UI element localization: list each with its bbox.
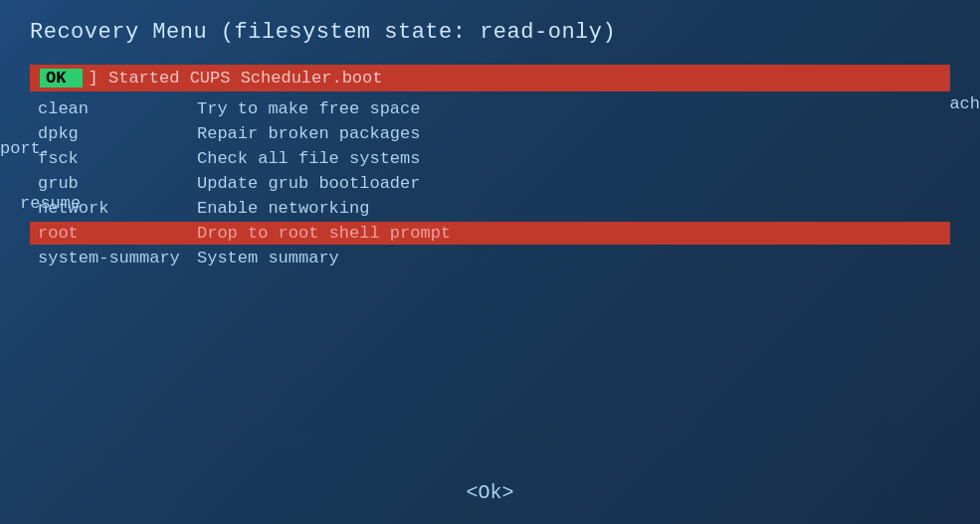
status-text: ] Started CUPS Scheduler.boot	[89, 69, 383, 87]
menu-desc-system-summary: System summary	[189, 247, 950, 269]
menu-desc-dpkg: Repair broken packages	[189, 122, 950, 145]
side-text-port: port.	[0, 139, 51, 158]
menu-desc-root: Drop to root shell prompt	[189, 222, 950, 245]
menu-desc-clean: Try to make free space	[189, 97, 950, 120]
ok-button-row: <Ok>	[30, 481, 950, 504]
menu-desc-fsck: Check all file systems	[189, 147, 950, 170]
menu-desc-network: Enable networking	[189, 197, 950, 220]
right-column: Try to make free spaceRepair broken pack…	[189, 97, 950, 269]
menu-item-dpkg[interactable]: dpkg	[30, 122, 189, 145]
menu-item-clean[interactable]: clean	[30, 97, 189, 120]
menu-item-system-summary[interactable]: system-summary	[30, 247, 189, 269]
recovery-screen: Recovery Menu (filesystem state: read-on…	[0, 0, 980, 524]
menu-item-root[interactable]: root	[30, 222, 189, 245]
menu-grid: cleandpkgfsckgrubnetworkrootsystem-summa…	[30, 97, 950, 269]
left-column: cleandpkgfsckgrubnetworkrootsystem-summa…	[30, 97, 189, 269]
menu-item-fsck[interactable]: fsck	[30, 147, 189, 170]
side-text-resume: resume	[20, 194, 81, 213]
ok-button[interactable]: <Ok>	[466, 481, 513, 504]
menu-item-grub[interactable]: grub	[30, 172, 189, 195]
status-bar: OK ] Started CUPS Scheduler.boot	[30, 65, 950, 91]
ok-badge: OK	[40, 69, 83, 87]
menu-desc-grub: Update grub bootloader	[189, 172, 950, 195]
menu-container: OK ] Started CUPS Scheduler.boot cleandp…	[30, 65, 950, 451]
side-text-ach: ach	[949, 94, 980, 113]
screen-title: Recovery Menu (filesystem state: read-on…	[30, 20, 950, 45]
